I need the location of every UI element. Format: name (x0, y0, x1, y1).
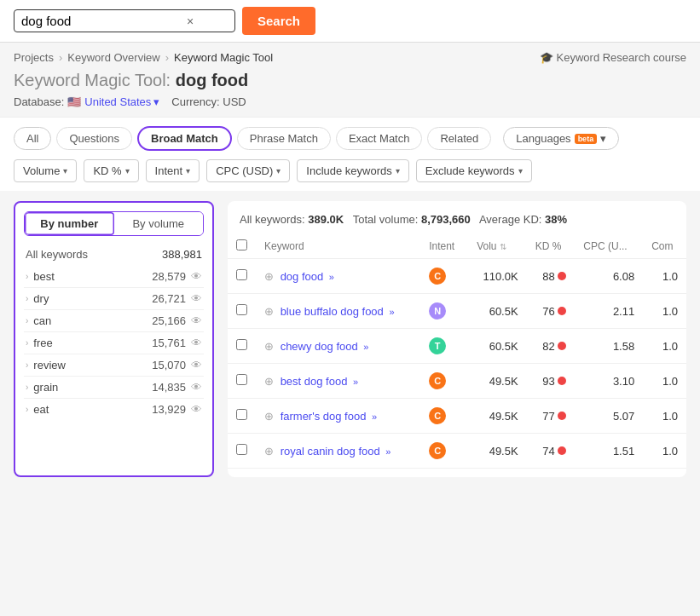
list-item[interactable]: › eat 13,929 👁 (24, 399, 204, 420)
clear-icon[interactable]: × (187, 14, 194, 28)
page-title: Keyword Magic Tool: dog food (0, 67, 700, 92)
chevron-down-icon: ▾ (518, 166, 523, 176)
row-cpc-cell: 2.11 (575, 294, 643, 329)
chevron-right-icon: › (26, 294, 28, 303)
row-kd-cell: 93 (527, 364, 576, 399)
row-volume-cell: 60.5K (468, 329, 527, 364)
tab-related[interactable]: Related (427, 127, 491, 150)
col-com: Com (643, 234, 686, 259)
row-intent-cell: C (420, 259, 468, 294)
plus-icon: ⊕ (264, 445, 274, 458)
keyword-link[interactable]: royal canin dog food (281, 445, 380, 458)
keyword-link[interactable]: dog food (281, 270, 324, 283)
row-keyword-cell: ⊕ dog food » (256, 259, 420, 294)
row-com-cell: 1.0 (643, 364, 686, 399)
row-checkbox-cell (228, 434, 256, 469)
row-intent-cell: N (420, 294, 468, 329)
eye-icon[interactable]: 👁 (191, 403, 202, 416)
table-summary: All keywords: 389.0K Total volume: 8,793… (228, 210, 686, 234)
course-link[interactable]: 🎓 Keyword Research course (540, 51, 686, 64)
row-volume-cell: 60.5K (468, 294, 527, 329)
row-kd-cell: 77 (527, 399, 576, 434)
volume-filter[interactable]: Volume ▾ (14, 159, 77, 182)
row-checkbox[interactable] (236, 269, 247, 280)
cpc-filter[interactable]: CPC (USD) ▾ (206, 159, 290, 182)
row-cpc-cell: 1.58 (575, 329, 643, 364)
row-checkbox[interactable] (236, 409, 247, 420)
tab-all[interactable]: All (14, 127, 51, 150)
row-intent-cell: C (420, 434, 468, 469)
tab-questions[interactable]: Questions (56, 127, 132, 150)
tab-broad-match[interactable]: Broad Match (137, 126, 232, 151)
chevron-down-icon: ▾ (125, 166, 130, 176)
keyword-link[interactable]: farmer's dog food (281, 410, 367, 423)
chevron-down-icon: ▾ (63, 166, 67, 176)
row-com-cell: 1.0 (643, 294, 686, 329)
plus-icon: ⊕ (264, 410, 274, 423)
breadcrumb-projects[interactable]: Projects (14, 51, 54, 64)
tab-phrase-match[interactable]: Phrase Match (237, 127, 331, 150)
languages-button[interactable]: Languages beta ▾ (503, 127, 619, 150)
list-item[interactable]: › can 25,166 👁 (24, 310, 204, 332)
exclude-keywords-filter[interactable]: Exclude keywords ▾ (416, 159, 532, 182)
eye-icon[interactable]: 👁 (191, 292, 202, 305)
eye-icon[interactable]: 👁 (191, 381, 202, 394)
row-volume-cell: 49.5K (468, 399, 527, 434)
flag-icon: 🇺🇸 (67, 95, 81, 108)
sort-icon: ⇅ (500, 242, 506, 251)
row-checkbox-cell (228, 364, 256, 399)
list-item[interactable]: › grain 14,835 👁 (24, 377, 204, 399)
eye-icon[interactable]: 👁 (191, 337, 202, 349)
row-cpc-cell: 6.08 (575, 259, 643, 294)
keyword-link[interactable]: chewy dog food (281, 340, 358, 353)
table-header-checkbox (228, 234, 256, 259)
intent-badge: C (429, 372, 446, 389)
chevron-down-icon: ▾ (600, 132, 606, 145)
list-item[interactable]: › best 28,579 👁 (24, 266, 204, 288)
list-item[interactable]: › dry 26,721 👁 (24, 288, 204, 310)
table-row: ⊕ chewy dog food » T 60.5K 82 1.58 1.0 (228, 329, 686, 364)
breadcrumb-current: Keyword Magic Tool (174, 51, 273, 64)
row-com-cell: 1.0 (643, 329, 686, 364)
country-selector[interactable]: United States ▾ (84, 95, 159, 108)
eye-icon[interactable]: 👁 (191, 314, 202, 327)
keyword-arrows: » (372, 412, 377, 422)
list-item[interactable]: › free 15,761 👁 (24, 332, 204, 354)
col-volume[interactable]: Volu ⇅ (468, 234, 527, 259)
kd-filter[interactable]: KD % ▾ (84, 159, 138, 182)
search-input[interactable] (21, 14, 183, 28)
row-cpc-cell: 5.07 (575, 399, 643, 434)
include-keywords-filter[interactable]: Include keywords ▾ (297, 159, 408, 182)
table-body: ⊕ dog food » C 110.0K 88 6.08 1.0 ⊕ blue… (228, 259, 686, 469)
keyword-link[interactable]: best dog food (281, 375, 348, 388)
keyword-link[interactable]: blue buffalo dog food (281, 305, 384, 318)
chevron-right-icon: › (26, 360, 28, 370)
row-intent-cell: T (420, 329, 468, 364)
sidebar-tab-by-volume[interactable]: By volume (114, 212, 204, 235)
sidebar-tabs: By number By volume (24, 211, 204, 236)
sidebar-tab-by-number[interactable]: By number (25, 212, 114, 235)
row-checkbox[interactable] (236, 304, 247, 315)
eye-icon[interactable]: 👁 (191, 359, 202, 371)
breadcrumb-keyword-overview[interactable]: Keyword Overview (67, 51, 159, 64)
search-box: × (14, 9, 235, 32)
list-item[interactable]: › review 15,070 👁 (24, 354, 204, 377)
select-all-checkbox[interactable] (236, 239, 247, 250)
plus-icon: ⊕ (264, 340, 274, 353)
intent-filter[interactable]: Intent ▾ (146, 159, 200, 182)
keyword-arrows: » (385, 446, 390, 457)
search-button[interactable]: Search (242, 7, 315, 35)
row-checkbox[interactable] (236, 444, 247, 455)
row-keyword-cell: ⊕ farmer's dog food » (256, 399, 420, 434)
col-intent: Intent (420, 234, 468, 259)
row-checkbox[interactable] (236, 374, 247, 385)
table-row: ⊕ farmer's dog food » C 49.5K 77 5.07 1.… (228, 399, 686, 434)
plus-icon: ⊕ (264, 305, 274, 318)
eye-icon[interactable]: 👁 (191, 270, 202, 283)
kd-dot (558, 307, 566, 315)
row-volume-cell: 49.5K (468, 364, 527, 399)
tab-exact-match[interactable]: Exact Match (336, 127, 423, 150)
row-checkbox[interactable] (236, 339, 247, 350)
plus-icon: ⊕ (264, 375, 274, 388)
table-row: ⊕ dog food » C 110.0K 88 6.08 1.0 (228, 259, 686, 294)
